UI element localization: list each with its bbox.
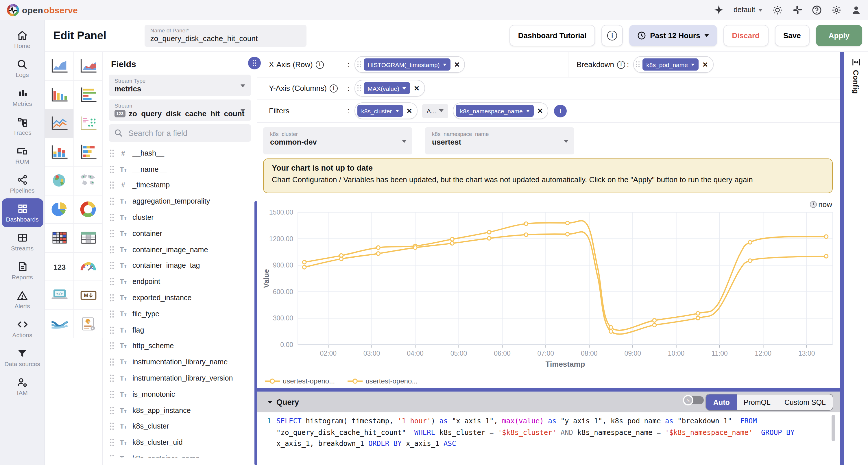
settings-gear-icon[interactable] (832, 5, 841, 15)
chart-type-metric-text[interactable]: 123 (45, 252, 74, 281)
sidebar-item-home[interactable]: Home (1, 25, 43, 54)
help-icon[interactable] (812, 5, 822, 15)
field-item-k8s-cluster-uid[interactable]: Tтk8s_cluster_uid (103, 435, 257, 451)
chart-type-pie[interactable] (45, 195, 74, 224)
remove-filter-2-button[interactable]: ✕ (536, 107, 544, 115)
x-axis-chip[interactable]: HISTOGRAM(_timestamp) (364, 58, 451, 70)
field-item--hash-[interactable]: #__hash__ (103, 145, 257, 161)
panel-name-field[interactable]: Name of Panel* zo_query_disk_cache_hit_c… (145, 25, 307, 46)
sidebar-item-streams[interactable]: Streams (1, 227, 43, 256)
chart-type-custom[interactable] (74, 310, 103, 338)
chart-type-h-stacked-bar[interactable] (74, 138, 103, 166)
user-profile-icon[interactable] (851, 5, 861, 15)
time-range-button[interactable]: Past 12 Hours (629, 25, 717, 46)
sidebar-item-alerts[interactable]: Alerts (1, 285, 43, 314)
sql-scrollbar[interactable] (832, 415, 835, 441)
remove-filter-1-button[interactable]: ✕ (405, 107, 413, 115)
fields-panel-drag-handle[interactable] (248, 57, 261, 69)
query-tab-custom-sql[interactable]: Custom SQL (777, 395, 833, 410)
chart-type-area[interactable] (45, 52, 74, 81)
chart-type-markdown[interactable]: M (74, 281, 103, 310)
chart-type-area-stacked[interactable] (74, 52, 103, 81)
filter-chip-k8s-namespace-name[interactable]: k8s_namespace_name (456, 105, 534, 117)
query-tab-auto[interactable]: Auto (706, 395, 737, 410)
sql-code[interactable]: SELECT histogram(_timestamp, '1 hour') a… (276, 416, 826, 450)
fields-scrollbar[interactable] (254, 201, 257, 465)
slack-icon[interactable] (792, 5, 802, 15)
stream-type-select[interactable]: Stream Type metrics (109, 74, 251, 96)
remove-breakdown-button[interactable]: ✕ (701, 60, 709, 68)
legend-item-2[interactable]: usertest-openo... (347, 377, 417, 385)
sidebar-item-rum[interactable]: RUM (1, 141, 43, 169)
remove-y-axis-button[interactable]: ✕ (413, 84, 421, 92)
panel-name-value[interactable]: zo_query_disk_cache_hit_count (150, 34, 301, 42)
chart-type-donut[interactable] (74, 195, 103, 224)
config-panel-splitter[interactable] (840, 52, 844, 465)
field-item-endpoint[interactable]: Tтendpoint (103, 274, 257, 290)
chart-type-bar[interactable] (45, 81, 74, 109)
drag-handle-icon[interactable] (636, 61, 640, 68)
sidebar-item-actions[interactable]: Actions (1, 314, 43, 343)
field-item-container-image-tag[interactable]: Tтcontainer_image_tag (103, 258, 257, 274)
field-item-container-image-name[interactable]: Tтcontainer_image_name (103, 242, 257, 258)
field-item-http-scheme[interactable]: Tтhttp_scheme (103, 338, 257, 354)
field-item-k8s-cluster[interactable]: Tтk8s_cluster (103, 418, 257, 435)
sparkle-ai-icon[interactable] (714, 5, 724, 15)
sidebar-item-reports[interactable]: Reports (1, 256, 43, 285)
save-button[interactable]: Save (775, 25, 810, 46)
query-collapse-toggle[interactable]: Query (268, 398, 299, 406)
discard-button[interactable]: Discard (723, 25, 768, 46)
chart-type-scatter[interactable] (74, 109, 103, 138)
sidebar-item-pipelines[interactable]: Pipelines (1, 169, 43, 198)
function-editor-toggle[interactable]: fx (686, 396, 704, 404)
remove-x-axis-button[interactable]: ✕ (453, 60, 461, 68)
field-item-k8s-container-name[interactable]: Tтk8s_container_name (103, 451, 257, 458)
field-search-input[interactable] (127, 128, 240, 138)
dashboard-tutorial-button[interactable]: Dashboard Tutorial (509, 25, 595, 46)
chart-canvas[interactable]: 0.00300.00600.00900.001200.001500.0002:0… (257, 195, 840, 376)
y-axis-chip[interactable]: MAX(value) (364, 82, 410, 94)
apply-button[interactable]: Apply (816, 25, 862, 46)
sidebar-item-logs[interactable]: Logs (1, 54, 43, 83)
filter-chip-k8s-cluster[interactable]: k8s_cluster (357, 105, 403, 117)
field-item-file-type[interactable]: Tтfile_type (103, 306, 257, 322)
chart-type-h-bar[interactable] (74, 81, 103, 109)
chart-type-stacked-bar[interactable] (45, 138, 74, 166)
field-item--timestamp[interactable]: #_timestamp (103, 177, 257, 193)
stream-select[interactable]: Stream 123zo_query_disk_cache_hit_count (109, 99, 251, 121)
theme-toggle-icon[interactable] (773, 5, 782, 15)
chart-type-html[interactable]: </> (45, 281, 74, 310)
drag-handle-icon[interactable] (357, 85, 361, 91)
chart-type-line[interactable] (45, 109, 74, 138)
field-item-instrumentation-library-version[interactable]: Tтinstrumentation_library_version (103, 370, 257, 386)
field-item-cluster[interactable]: Tтcluster (103, 209, 257, 225)
sidebar-item-data-sources[interactable]: Data sources (1, 343, 43, 372)
variable-k8s-namespace-select[interactable]: k8s_namespace_name usertest (425, 127, 574, 154)
chart-type-geomap[interactable] (45, 166, 74, 195)
field-item-k8s-app-instance[interactable]: Tтk8s_app_instance (103, 403, 257, 419)
variable-k8s-cluster-select[interactable]: k8s_cluster common-dev (263, 127, 412, 154)
sidebar-item-traces[interactable]: Traces (1, 112, 43, 141)
field-item-instrumentation-library-name[interactable]: Tтinstrumentation_library_name (103, 354, 257, 370)
chart-type-gauge[interactable] (74, 252, 103, 281)
query-tab-promql[interactable]: PromQL (737, 395, 777, 410)
sidebar-item-dashboards[interactable]: Dashboards (1, 198, 43, 227)
field-item-is-monotonic[interactable]: Tтis_monotonic (103, 386, 257, 403)
field-item-container[interactable]: Tтcontainer (103, 225, 257, 242)
chart-type-table[interactable] (74, 224, 103, 252)
field-item-exported-instance[interactable]: Tтexported_instance (103, 290, 257, 306)
info-button[interactable]: i (601, 25, 623, 46)
field-item--name-[interactable]: Tт__name__ (103, 161, 257, 178)
field-item-flag[interactable]: Tтflag (103, 322, 257, 338)
filter-join-select[interactable]: A... (422, 104, 448, 118)
drag-handle-icon[interactable] (357, 61, 361, 68)
sql-editor[interactable]: 1 SELECT histogram(_timestamp, '1 hour')… (257, 412, 840, 465)
chart-type-sankey[interactable] (45, 310, 74, 338)
field-item-aggregation-temporality[interactable]: Tтaggregation_temporality (103, 193, 257, 210)
chart-type-maps[interactable] (74, 166, 103, 195)
sidebar-item-metrics[interactable]: Metrics (1, 83, 43, 112)
breakdown-chip[interactable]: k8s_pod_name (642, 58, 699, 70)
config-panel-toggle[interactable]: Config (844, 58, 868, 94)
sidebar-item-iam[interactable]: IAM (1, 372, 43, 401)
add-filter-button[interactable]: + (554, 104, 567, 117)
